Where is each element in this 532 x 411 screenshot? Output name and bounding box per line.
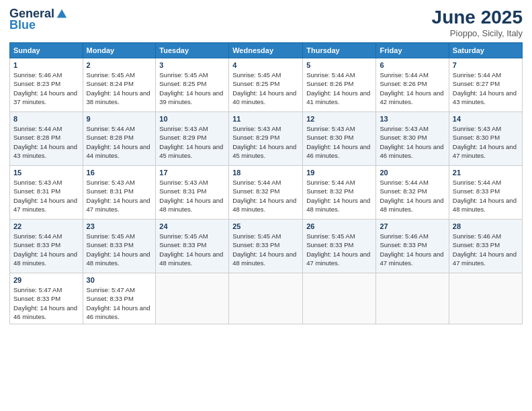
header-wednesday: Wednesday (229, 43, 303, 58)
day-info: Sunrise: 5:44 AMSunset: 8:32 PMDaylight:… (232, 179, 296, 213)
day-info: Sunrise: 5:43 AMSunset: 8:31 PMDaylight:… (13, 179, 77, 213)
day-number: 30 (87, 276, 152, 284)
day-info: Sunrise: 5:46 AMSunset: 8:33 PMDaylight:… (453, 232, 517, 267)
day-number: 4 (232, 61, 299, 69)
day-number: 24 (159, 222, 225, 230)
logo-blue: Blue (9, 18, 36, 32)
day-info: Sunrise: 5:43 AMSunset: 8:31 PMDaylight:… (159, 179, 223, 213)
day-number: 19 (306, 169, 372, 177)
header-sunday: Sunday (10, 43, 83, 58)
table-row: 6 Sunrise: 5:44 AMSunset: 8:26 PMDayligh… (376, 58, 449, 112)
day-number: 17 (159, 169, 225, 177)
location: Pioppo, Sicily, Italy (432, 28, 523, 38)
day-info: Sunrise: 5:47 AMSunset: 8:33 PMDaylight:… (13, 286, 77, 320)
header-tuesday: Tuesday (156, 43, 229, 58)
header-row: Sunday Monday Tuesday Wednesday Thursday… (10, 43, 523, 58)
day-info: Sunrise: 5:44 AMSunset: 8:32 PMDaylight:… (306, 179, 370, 213)
day-info: Sunrise: 5:45 AMSunset: 8:33 PMDaylight:… (232, 232, 296, 267)
table-row: 21 Sunrise: 5:44 AMSunset: 8:33 PMDaylig… (449, 166, 522, 220)
day-info: Sunrise: 5:44 AMSunset: 8:26 PMDaylight:… (380, 71, 443, 105)
calendar-table: Sunday Monday Tuesday Wednesday Thursday… (9, 42, 523, 324)
day-number: 25 (232, 222, 299, 230)
logo-icon (56, 8, 68, 20)
day-number: 27 (380, 222, 445, 230)
logo: General Blue (9, 7, 68, 32)
day-info: Sunrise: 5:45 AMSunset: 8:24 PMDaylight:… (87, 71, 150, 105)
day-number: 12 (306, 115, 372, 123)
day-info: Sunrise: 5:43 AMSunset: 8:30 PMDaylight:… (453, 125, 517, 159)
table-row: 11 Sunrise: 5:43 AMSunset: 8:29 PMDaylig… (229, 112, 303, 166)
table-row: 16 Sunrise: 5:43 AMSunset: 8:31 PMDaylig… (83, 166, 156, 220)
header-friday: Friday (376, 43, 449, 58)
header: General Blue June 2025 Pioppo, Sicily, I… (9, 7, 523, 38)
table-row: 9 Sunrise: 5:44 AMSunset: 8:28 PMDayligh… (83, 112, 156, 166)
table-row: 20 Sunrise: 5:44 AMSunset: 8:32 PMDaylig… (376, 166, 449, 220)
day-info: Sunrise: 5:46 AMSunset: 8:33 PMDaylight:… (380, 232, 443, 267)
day-info: Sunrise: 5:45 AMSunset: 8:25 PMDaylight:… (159, 71, 223, 105)
day-info: Sunrise: 5:43 AMSunset: 8:29 PMDaylight:… (159, 125, 223, 159)
day-number: 5 (306, 61, 372, 69)
calendar-body: 1 Sunrise: 5:46 AMSunset: 8:23 PMDayligh… (10, 58, 523, 324)
table-row: 1 Sunrise: 5:46 AMSunset: 8:23 PMDayligh… (10, 58, 83, 112)
table-row: 13 Sunrise: 5:43 AMSunset: 8:30 PMDaylig… (376, 112, 449, 166)
header-thursday: Thursday (303, 43, 376, 58)
day-info: Sunrise: 5:45 AMSunset: 8:25 PMDaylight:… (232, 71, 296, 105)
day-number: 11 (232, 115, 299, 123)
table-row: 7 Sunrise: 5:44 AMSunset: 8:27 PMDayligh… (449, 58, 522, 112)
table-row (156, 273, 229, 324)
calendar-page: General Blue June 2025 Pioppo, Sicily, I… (0, 0, 532, 411)
day-info: Sunrise: 5:43 AMSunset: 8:29 PMDaylight:… (232, 125, 296, 159)
table-row: 30 Sunrise: 5:47 AMSunset: 8:33 PMDaylig… (83, 273, 156, 324)
day-number: 2 (87, 61, 152, 69)
table-row: 4 Sunrise: 5:45 AMSunset: 8:25 PMDayligh… (229, 58, 303, 112)
day-number: 10 (159, 115, 225, 123)
table-row (303, 273, 376, 324)
table-row: 28 Sunrise: 5:46 AMSunset: 8:33 PMDaylig… (449, 220, 522, 273)
svg-marker-0 (57, 9, 66, 17)
table-row: 24 Sunrise: 5:45 AMSunset: 8:33 PMDaylig… (156, 220, 229, 273)
day-info: Sunrise: 5:43 AMSunset: 8:30 PMDaylight:… (380, 125, 443, 159)
table-row: 19 Sunrise: 5:44 AMSunset: 8:32 PMDaylig… (303, 166, 376, 220)
table-row: 12 Sunrise: 5:43 AMSunset: 8:30 PMDaylig… (303, 112, 376, 166)
day-number: 16 (87, 169, 152, 177)
day-info: Sunrise: 5:44 AMSunset: 8:28 PMDaylight:… (13, 125, 77, 159)
day-number: 15 (13, 169, 79, 177)
table-row: 29 Sunrise: 5:47 AMSunset: 8:33 PMDaylig… (10, 273, 83, 324)
table-row: 18 Sunrise: 5:44 AMSunset: 8:32 PMDaylig… (229, 166, 303, 220)
day-info: Sunrise: 5:45 AMSunset: 8:33 PMDaylight:… (306, 232, 370, 267)
day-info: Sunrise: 5:44 AMSunset: 8:33 PMDaylight:… (453, 179, 517, 213)
day-info: Sunrise: 5:47 AMSunset: 8:33 PMDaylight:… (87, 286, 150, 320)
day-number: 13 (380, 115, 445, 123)
day-number: 1 (13, 61, 79, 69)
day-info: Sunrise: 5:44 AMSunset: 8:26 PMDaylight:… (306, 71, 370, 105)
day-number: 20 (380, 169, 445, 177)
day-number: 7 (453, 61, 519, 69)
day-number: 23 (87, 222, 152, 230)
table-row: 8 Sunrise: 5:44 AMSunset: 8:28 PMDayligh… (10, 112, 83, 166)
day-number: 22 (13, 222, 79, 230)
day-info: Sunrise: 5:44 AMSunset: 8:33 PMDaylight:… (13, 232, 77, 267)
table-row: 2 Sunrise: 5:45 AMSunset: 8:24 PMDayligh… (83, 58, 156, 112)
day-info: Sunrise: 5:43 AMSunset: 8:31 PMDaylight:… (87, 179, 150, 213)
day-number: 29 (13, 276, 79, 284)
table-row: 22 Sunrise: 5:44 AMSunset: 8:33 PMDaylig… (10, 220, 83, 273)
table-row: 17 Sunrise: 5:43 AMSunset: 8:31 PMDaylig… (156, 166, 229, 220)
header-saturday: Saturday (449, 43, 522, 58)
table-row: 27 Sunrise: 5:46 AMSunset: 8:33 PMDaylig… (376, 220, 449, 273)
table-row: 23 Sunrise: 5:45 AMSunset: 8:33 PMDaylig… (83, 220, 156, 273)
table-row: 25 Sunrise: 5:45 AMSunset: 8:33 PMDaylig… (229, 220, 303, 273)
day-number: 26 (306, 222, 372, 230)
day-number: 18 (232, 169, 299, 177)
table-row: 10 Sunrise: 5:43 AMSunset: 8:29 PMDaylig… (156, 112, 229, 166)
day-number: 28 (453, 222, 519, 230)
table-row (376, 273, 449, 324)
day-info: Sunrise: 5:43 AMSunset: 8:30 PMDaylight:… (306, 125, 370, 159)
table-row: 3 Sunrise: 5:45 AMSunset: 8:25 PMDayligh… (156, 58, 229, 112)
day-info: Sunrise: 5:44 AMSunset: 8:32 PMDaylight:… (380, 179, 443, 213)
day-number: 6 (380, 61, 445, 69)
day-info: Sunrise: 5:45 AMSunset: 8:33 PMDaylight:… (87, 232, 150, 267)
title-section: June 2025 Pioppo, Sicily, Italy (432, 7, 523, 38)
calendar-header: Sunday Monday Tuesday Wednesday Thursday… (10, 43, 523, 58)
day-number: 9 (87, 115, 152, 123)
day-number: 21 (453, 169, 519, 177)
